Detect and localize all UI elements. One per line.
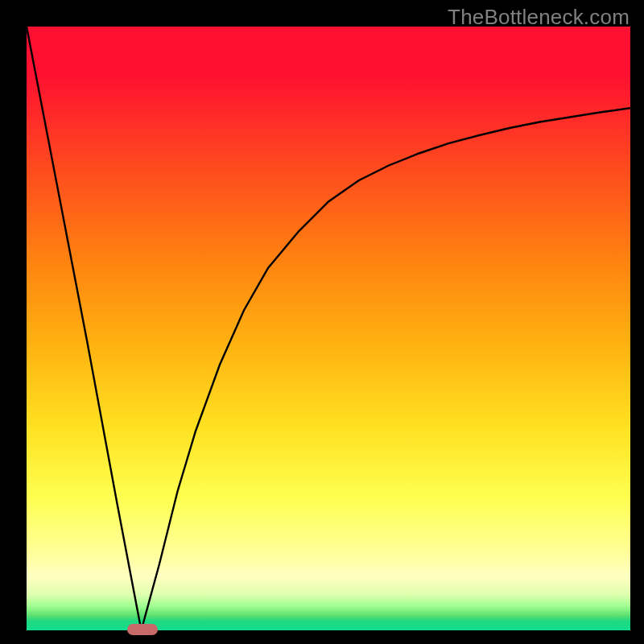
optimal-marker [127, 624, 158, 635]
watermark-text: TheBottleneck.com [448, 5, 630, 30]
chart-frame: TheBottleneck.com [0, 0, 644, 644]
plot-background-gradient [27, 27, 630, 630]
